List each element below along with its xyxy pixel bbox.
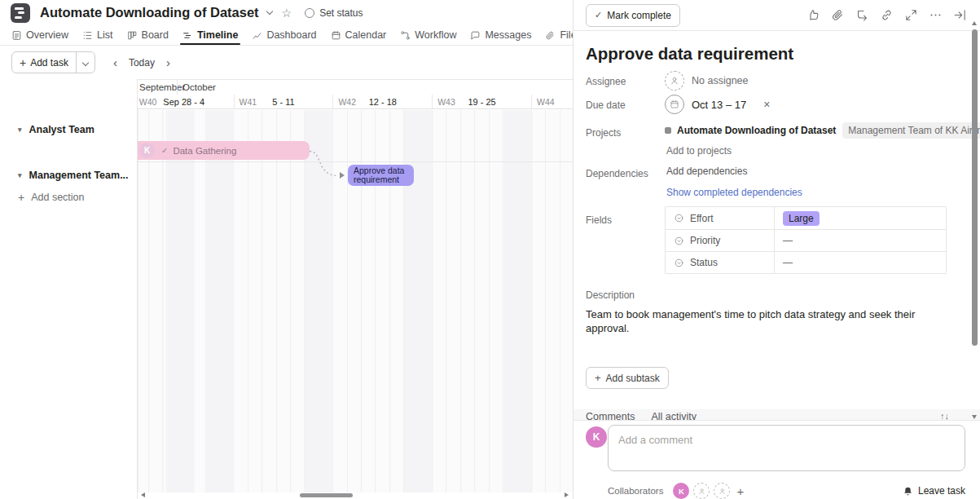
field-row-priority: Priority — [666,229,946,251]
project-tabs: Overview List Board Timeline Dashboard C… [0,25,573,46]
scrollbar-thumb[interactable] [300,493,353,497]
description-text[interactable]: Team to book management's time to pitch … [586,307,936,335]
scrollbar-thumb[interactable] [972,29,978,346]
messages-icon [470,30,481,41]
comment-footer: K Collaborators K + Leave task [573,420,980,499]
task-bar-label: Approve data requirement [354,166,408,184]
section-analyst-team[interactable]: ▾ Analyst Team [18,124,94,135]
collaborators-row: Collaborators K + Leave task [608,483,965,499]
comment-box[interactable] [608,425,965,471]
field-name-cell[interactable]: Effort [666,207,775,229]
sort-icon[interactable]: ↑↓ [940,411,949,420]
more-options-icon[interactable] [929,8,943,22]
assignee-field[interactable]: No assignee [665,71,749,91]
avatar: K [586,426,607,448]
field-value-cell[interactable]: — [775,257,946,268]
add-dependencies-button[interactable]: Add dependencies [666,166,747,177]
field-name-cell[interactable]: Status [666,252,775,273]
task-title[interactable]: Approve data requirement [586,44,793,64]
no-assignee-avatar [665,71,684,91]
collaborator-placeholder-avatar[interactable] [714,483,730,499]
close-panel-icon[interactable] [953,8,967,22]
workflow-icon [400,30,411,41]
set-status-label: Set status [319,7,363,19]
tab-calendar[interactable]: Calendar [331,25,387,45]
project-icon[interactable] [11,3,30,23]
scroll-up-icon[interactable] [972,21,977,25]
subtask-icon[interactable] [855,8,869,22]
attachment-icon[interactable] [831,8,845,22]
collapse-triangle-icon[interactable]: ▾ [18,171,22,179]
gantt-canvas[interactable]: K ✓ Data Gathering Approve data requirem… [137,110,573,492]
add-collaborator-button[interactable]: + [736,484,744,498]
tab-workflow[interactable]: Workflow [400,25,456,45]
task-bar-approve-data-requirement[interactable]: Approve data requirement [348,165,414,186]
field-icon [674,213,684,223]
mark-complete-button[interactable]: ✓ Mark complete [586,4,680,27]
week-cell: W415 - 11 [234,95,333,109]
horizontal-scrollbar[interactable] [137,491,573,499]
check-icon: ✓ [595,10,602,20]
add-task-button[interactable]: +Add task [11,51,95,73]
collaborators-label: Collaborators [608,486,663,496]
set-status-button[interactable]: Set status [305,7,363,19]
tab-comments[interactable]: Comments [586,411,635,420]
field-value-cell[interactable]: Large [775,211,946,226]
tab-timeline[interactable]: Timeline [182,25,238,45]
tab-overview[interactable]: Overview [11,25,68,45]
star-icon[interactable]: ☆ [282,7,292,19]
fields-table: Effort Large Priority — Status [665,206,947,274]
timeline-next-button[interactable]: › [161,55,175,69]
due-date-field[interactable]: Oct 13 – 17 × [665,95,770,114]
link-icon[interactable] [880,8,894,22]
scroll-right-icon[interactable] [565,492,569,497]
vertical-scrollbar[interactable] [971,20,978,421]
person-icon [718,487,727,496]
section-management-team[interactable]: ▾ Management Team... [18,170,129,181]
show-completed-dependencies-link[interactable]: Show completed dependencies [666,187,802,198]
tab-list[interactable]: List [82,25,112,45]
tab-dashboard[interactable]: Dashboard [252,25,316,45]
plus-icon: + [595,372,601,384]
task-bar-label: Data Gathering [173,146,236,156]
task-detail-panel: ✓ Mark complete Approve data requirement… [573,0,980,499]
collapse-triangle-icon[interactable]: ▾ [18,126,22,134]
like-icon[interactable] [806,8,820,22]
app-window: Automate Downloading of Dataset ☆ Set st… [0,0,980,499]
scroll-down-icon[interactable] [972,415,977,419]
field-row-status: Status — [666,251,946,273]
person-icon [697,487,706,496]
overview-icon [11,30,22,41]
dashboard-icon [252,30,262,41]
collaborator-placeholder-avatar[interactable] [693,483,710,499]
project-section-selector[interactable]: Management Team of KK Airlines [842,122,980,139]
expand-icon[interactable] [904,8,918,22]
project-name[interactable]: Automate Downloading of Dataset [677,125,836,136]
field-icon [674,236,684,246]
months-row: September October [137,80,573,95]
add-section-button[interactable]: + Add section [18,191,85,204]
field-name-cell[interactable]: Priority [666,230,775,251]
add-subtask-button[interactable]: + Add subtask [586,367,669,389]
today-button[interactable]: Today [122,57,161,68]
leave-task-button[interactable]: Leave task [903,485,965,497]
chevron-down-icon[interactable] [266,8,272,15]
add-task-dropdown[interactable] [77,52,94,73]
fields-label: Fields [586,214,612,226]
add-to-projects-button[interactable]: Add to projects [666,145,732,157]
task-bar-data-gathering[interactable]: K ✓ Data Gathering [137,141,310,160]
tab-board[interactable]: Board [127,25,169,45]
tab-all-activity[interactable]: All activity [651,411,697,420]
projects-field: Automate Downloading of Dataset Manageme… [665,122,980,139]
month-label: September [139,82,185,92]
collaborator-avatar[interactable]: K [673,483,689,499]
tab-messages[interactable]: Messages [470,25,531,45]
comment-input[interactable] [609,426,965,470]
calendar-icon [669,99,680,110]
projects-label: Projects [586,127,621,139]
clear-due-date-icon[interactable]: × [763,98,770,111]
tab-files[interactable]: Files [545,25,573,45]
timeline-prev-button[interactable]: ‹ [108,55,122,69]
scroll-left-icon[interactable] [141,492,145,497]
field-value-cell[interactable]: — [775,235,946,246]
